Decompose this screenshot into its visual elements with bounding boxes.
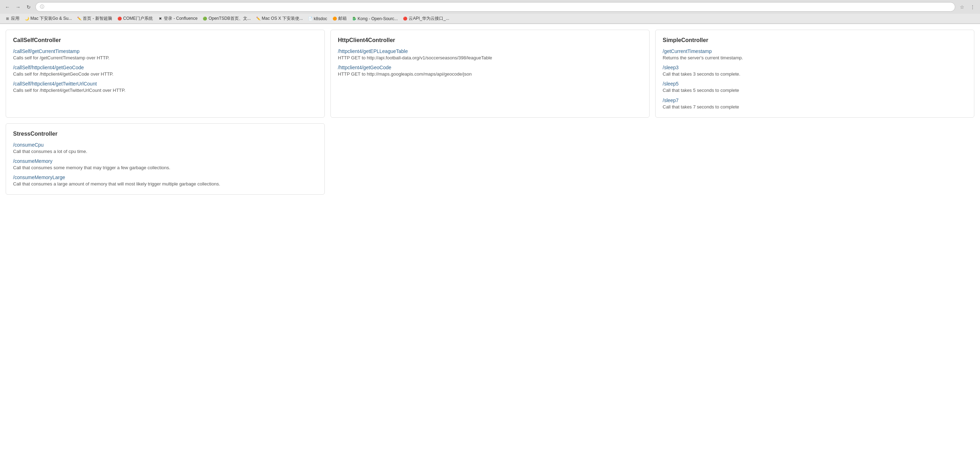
card-title-callself: CallSelfController xyxy=(13,37,317,43)
bookmark-icon: 🟠 xyxy=(332,16,337,21)
endpoint-desc-stress-0: Call that consumes a lot of cpu time. xyxy=(13,148,317,155)
endpoint-link-simple-0[interactable]: /getCurrentTimestamp xyxy=(663,48,967,54)
bookmark-label: 云API_华为云接口_... xyxy=(409,16,449,22)
bookmark-item[interactable]: 🐉Kong - Open-Sourc... xyxy=(350,16,400,22)
endpoint-link-simple-1[interactable]: /sleep3 xyxy=(663,65,967,70)
endpoint-desc-callself-1: Calls self for /httpclient4/getGeoCode o… xyxy=(13,71,317,78)
bookmarks-bar: ⊞应用🌙Mac 下安装Go & Su...✏️首页 - 新智超脑🔴COME门户系… xyxy=(0,14,980,24)
back-button[interactable]: ← xyxy=(3,3,11,11)
bookmark-label: Kong - Open-Sourc... xyxy=(358,16,398,21)
bookmark-icon: 🔴 xyxy=(402,16,407,21)
card-callself: CallSelfController/callSelf/getCurrentTi… xyxy=(6,30,325,118)
endpoint-desc-simple-2: Call that takes 5 seconds to complete xyxy=(663,87,967,93)
bookmark-label: Mac 下安装Go & Su... xyxy=(30,16,72,22)
endpoint-desc-httpclient4-1: HTTP GET to http://maps.googleapis.com/m… xyxy=(338,71,642,78)
endpoint-link-httpclient4-0[interactable]: /httpclient4/getEPLLeagueTable xyxy=(338,48,642,54)
bookmark-icon: 🔴 xyxy=(117,16,122,21)
endpoint-link-callself-1[interactable]: /callSelf/httpclient4/getGeoCode xyxy=(13,65,317,70)
endpoint-desc-callself-2: Calls self for /httpclient4/getTwitterUr… xyxy=(13,87,317,93)
refresh-button[interactable]: ↻ xyxy=(25,3,33,11)
bookmark-icon: ⊞ xyxy=(5,16,10,21)
browser-chrome: ← → ↻ ⓘ ☆ ⋮ ⊞应用🌙Mac 下安装Go & Su...✏️首页 - … xyxy=(0,0,980,24)
endpoint-desc-simple-0: Returns the server's current timestamp. xyxy=(663,55,967,61)
endpoint-link-callself-2[interactable]: /callSelf/httpclient4/getTwitterUrlCount xyxy=(13,81,317,87)
bookmark-item[interactable]: 🟢OpenTSDB首页、文... xyxy=(200,15,253,22)
endpoint-desc-stress-1: Call that consumes some memory that may … xyxy=(13,165,317,171)
bookmark-item[interactable]: 🔴COME门户系统 xyxy=(115,15,155,22)
bookmark-label: 应用 xyxy=(11,16,19,22)
bookmark-item[interactable]: 📄k8sdoc xyxy=(305,16,329,22)
bookmark-item[interactable]: ✖登录 - Confluence xyxy=(156,15,199,22)
endpoint-link-stress-2[interactable]: /consumeMemoryLarge xyxy=(13,174,317,180)
bookmark-icon: 🌙 xyxy=(24,16,29,21)
endpoint-link-stress-0[interactable]: /consumeCpu xyxy=(13,142,317,148)
lock-icon: ⓘ xyxy=(40,4,44,10)
endpoint-desc-simple-1: Call that takes 3 seconds to complete. xyxy=(663,71,967,78)
card-simple: SimpleController/getCurrentTimestampRetu… xyxy=(655,30,974,118)
bookmark-icon: 🟢 xyxy=(202,16,207,21)
bookmark-item[interactable]: ✏️首页 - 新智超脑 xyxy=(75,15,114,22)
bookmark-item[interactable]: 🌙Mac 下安装Go & Su... xyxy=(22,15,74,22)
bookmark-label: OpenTSDB首页、文... xyxy=(208,16,250,22)
bookmark-item[interactable]: ✏️Mac OS X 下安装使... xyxy=(254,15,305,22)
bookmark-label: Mac OS X 下安装使... xyxy=(262,16,303,22)
bookmark-star-button[interactable]: ☆ xyxy=(958,3,966,11)
bookmark-item[interactable]: ⊞应用 xyxy=(3,15,22,22)
endpoint-desc-callself-0: Calls self for /getCurrentTimestamp over… xyxy=(13,55,317,61)
card-httpclient4: HttpClient4Controller/httpclient4/getEPL… xyxy=(331,30,649,118)
card-title-stress: StressController xyxy=(13,131,317,137)
bookmark-icon: ✏️ xyxy=(77,16,82,21)
endpoint-link-stress-1[interactable]: /consumeMemory xyxy=(13,158,317,164)
forward-button[interactable]: → xyxy=(14,3,22,11)
bookmark-item[interactable]: 🟠邮箱 xyxy=(330,15,349,22)
bookmark-label: COME门户系统 xyxy=(123,16,153,22)
card-title-simple: SimpleController xyxy=(663,37,967,43)
endpoint-link-simple-2[interactable]: /sleep5 xyxy=(663,81,967,87)
endpoint-desc-stress-2: Call that consumes a large amount of mem… xyxy=(13,181,317,187)
endpoint-desc-httpclient4-0: HTTP GET to http://api.football-data.org… xyxy=(338,55,642,61)
browser-menu-button[interactable]: ⋮ xyxy=(969,3,977,11)
bookmark-icon: ✖ xyxy=(158,16,163,21)
bookmark-label: k8sdoc xyxy=(314,16,327,21)
bookmark-label: 首页 - 新智超脑 xyxy=(83,16,112,22)
page-content: CallSelfController/callSelf/getCurrentTi… xyxy=(0,24,980,472)
top-cards-grid: CallSelfController/callSelf/getCurrentTi… xyxy=(6,30,974,118)
card-title-httpclient4: HttpClient4Controller xyxy=(338,37,642,43)
endpoint-link-callself-0[interactable]: /callSelf/getCurrentTimestamp xyxy=(13,48,317,54)
url-bar[interactable]: ⓘ xyxy=(35,2,955,12)
bookmark-icon: 🐉 xyxy=(352,16,356,21)
endpoint-desc-simple-3: Call that takes 7 seconds to complete xyxy=(663,104,967,110)
browser-toolbar: ← → ↻ ⓘ ☆ ⋮ xyxy=(0,0,980,14)
bookmark-label: 邮箱 xyxy=(338,16,347,22)
bookmark-icon: ✏️ xyxy=(256,16,261,21)
card-stress: StressController/consumeCpuCall that con… xyxy=(6,123,325,195)
endpoint-link-simple-3[interactable]: /sleep7 xyxy=(663,98,967,103)
endpoint-link-httpclient4-1[interactable]: /httpclient4/getGeoCode xyxy=(338,65,642,70)
bookmark-label: 登录 - Confluence xyxy=(164,16,197,22)
bookmark-icon: 📄 xyxy=(308,16,313,21)
bookmark-item[interactable]: 🔴云API_华为云接口_... xyxy=(401,15,452,22)
bottom-row: StressController/consumeCpuCall that con… xyxy=(6,123,974,195)
